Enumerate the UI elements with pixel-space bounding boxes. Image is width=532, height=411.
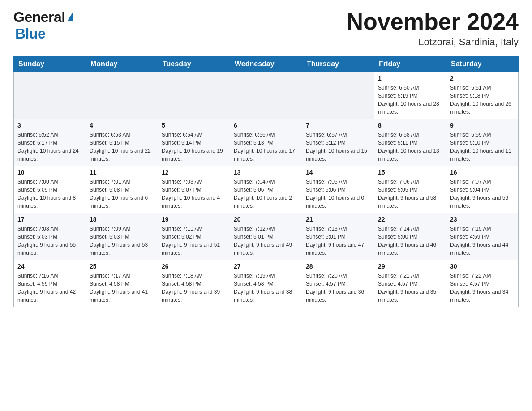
- day-cell: 4Sunrise: 6:53 AM Sunset: 5:15 PM Daylig…: [86, 119, 158, 166]
- day-info: Sunrise: 7:13 AM Sunset: 5:01 PM Dayligh…: [306, 225, 370, 257]
- day-number: 27: [234, 263, 298, 270]
- day-number: 15: [378, 169, 442, 176]
- header-row: SundayMondayTuesdayWednesdayThursdayFrid…: [14, 56, 519, 72]
- day-cell: [302, 72, 374, 119]
- day-info: Sunrise: 6:58 AM Sunset: 5:11 PM Dayligh…: [378, 131, 442, 163]
- day-header-tuesday: Tuesday: [158, 56, 230, 72]
- day-info: Sunrise: 7:11 AM Sunset: 5:02 PM Dayligh…: [162, 225, 226, 257]
- day-cell: 24Sunrise: 7:16 AM Sunset: 4:59 PM Dayli…: [14, 260, 86, 307]
- day-cell: 1Sunrise: 6:50 AM Sunset: 5:19 PM Daylig…: [374, 72, 446, 119]
- day-cell: [230, 72, 302, 119]
- day-number: 7: [306, 122, 370, 129]
- day-cell: 29Sunrise: 7:21 AM Sunset: 4:57 PM Dayli…: [374, 260, 446, 307]
- title-area: November 2024 Lotzorai, Sardinia, Italy: [347, 9, 519, 48]
- calendar-table: SundayMondayTuesdayWednesdayThursdayFrid…: [13, 56, 519, 307]
- day-number: 5: [162, 122, 226, 129]
- day-header-thursday: Thursday: [302, 56, 374, 72]
- day-info: Sunrise: 6:53 AM Sunset: 5:15 PM Dayligh…: [90, 131, 154, 163]
- day-info: Sunrise: 7:14 AM Sunset: 5:00 PM Dayligh…: [378, 225, 442, 257]
- day-number: 30: [450, 263, 515, 270]
- logo-blue-text: Blue: [15, 26, 45, 42]
- day-cell: 12Sunrise: 7:03 AM Sunset: 5:07 PM Dayli…: [158, 166, 230, 213]
- day-number: 20: [234, 216, 298, 223]
- day-cell: 20Sunrise: 7:12 AM Sunset: 5:01 PM Dayli…: [230, 213, 302, 260]
- day-cell: 30Sunrise: 7:22 AM Sunset: 4:57 PM Dayli…: [446, 260, 519, 307]
- week-row-2: 3Sunrise: 6:52 AM Sunset: 5:17 PM Daylig…: [14, 119, 519, 166]
- day-cell: [14, 72, 86, 119]
- day-info: Sunrise: 6:59 AM Sunset: 5:10 PM Dayligh…: [450, 131, 515, 163]
- day-info: Sunrise: 7:15 AM Sunset: 4:59 PM Dayligh…: [450, 225, 515, 257]
- day-number: 29: [378, 263, 442, 270]
- day-info: Sunrise: 7:20 AM Sunset: 4:57 PM Dayligh…: [306, 272, 370, 304]
- day-cell: 5Sunrise: 6:54 AM Sunset: 5:14 PM Daylig…: [158, 119, 230, 166]
- day-header-monday: Monday: [86, 56, 158, 72]
- day-cell: 26Sunrise: 7:18 AM Sunset: 4:58 PM Dayli…: [158, 260, 230, 307]
- day-info: Sunrise: 7:04 AM Sunset: 5:06 PM Dayligh…: [234, 178, 298, 210]
- day-info: Sunrise: 6:50 AM Sunset: 5:19 PM Dayligh…: [378, 84, 442, 116]
- day-number: 22: [378, 216, 442, 223]
- day-number: 3: [17, 122, 82, 129]
- day-header-friday: Friday: [374, 56, 446, 72]
- day-number: 10: [17, 169, 82, 176]
- day-number: 26: [162, 263, 226, 270]
- day-number: 6: [234, 122, 298, 129]
- day-number: 19: [162, 216, 226, 223]
- day-info: Sunrise: 7:16 AM Sunset: 4:59 PM Dayligh…: [17, 272, 82, 304]
- day-info: Sunrise: 7:03 AM Sunset: 5:07 PM Dayligh…: [162, 178, 226, 210]
- day-info: Sunrise: 7:12 AM Sunset: 5:01 PM Dayligh…: [234, 225, 298, 257]
- day-info: Sunrise: 6:57 AM Sunset: 5:12 PM Dayligh…: [306, 131, 370, 163]
- day-info: Sunrise: 7:17 AM Sunset: 4:58 PM Dayligh…: [90, 272, 154, 304]
- day-cell: 2Sunrise: 6:51 AM Sunset: 5:18 PM Daylig…: [446, 72, 519, 119]
- day-number: 13: [234, 169, 298, 176]
- day-number: 24: [17, 263, 82, 270]
- day-info: Sunrise: 7:06 AM Sunset: 5:05 PM Dayligh…: [378, 178, 442, 210]
- day-number: 2: [450, 75, 515, 82]
- day-cell: 15Sunrise: 7:06 AM Sunset: 5:05 PM Dayli…: [374, 166, 446, 213]
- month-title: November 2024: [347, 9, 519, 34]
- day-header-saturday: Saturday: [446, 56, 519, 72]
- logo-general-text: General: [13, 9, 65, 26]
- day-info: Sunrise: 7:05 AM Sunset: 5:06 PM Dayligh…: [306, 178, 370, 210]
- day-cell: 19Sunrise: 7:11 AM Sunset: 5:02 PM Dayli…: [158, 213, 230, 260]
- day-cell: 7Sunrise: 6:57 AM Sunset: 5:12 PM Daylig…: [302, 119, 374, 166]
- day-header-sunday: Sunday: [14, 56, 86, 72]
- day-cell: 18Sunrise: 7:09 AM Sunset: 5:03 PM Dayli…: [86, 213, 158, 260]
- day-info: Sunrise: 6:52 AM Sunset: 5:17 PM Dayligh…: [17, 131, 82, 163]
- day-number: 25: [90, 263, 154, 270]
- day-number: 17: [17, 216, 82, 223]
- day-number: 18: [90, 216, 154, 223]
- day-info: Sunrise: 6:54 AM Sunset: 5:14 PM Dayligh…: [162, 131, 226, 163]
- logo-triangle-icon: [67, 13, 73, 21]
- day-cell: 14Sunrise: 7:05 AM Sunset: 5:06 PM Dayli…: [302, 166, 374, 213]
- day-number: 8: [378, 122, 442, 129]
- day-cell: 23Sunrise: 7:15 AM Sunset: 4:59 PM Dayli…: [446, 213, 519, 260]
- day-info: Sunrise: 7:22 AM Sunset: 4:57 PM Dayligh…: [450, 272, 515, 304]
- day-info: Sunrise: 7:21 AM Sunset: 4:57 PM Dayligh…: [378, 272, 442, 304]
- day-cell: 13Sunrise: 7:04 AM Sunset: 5:06 PM Dayli…: [230, 166, 302, 213]
- day-cell: 17Sunrise: 7:08 AM Sunset: 5:03 PM Dayli…: [14, 213, 86, 260]
- day-info: Sunrise: 7:08 AM Sunset: 5:03 PM Dayligh…: [17, 225, 82, 257]
- day-cell: 21Sunrise: 7:13 AM Sunset: 5:01 PM Dayli…: [302, 213, 374, 260]
- day-cell: [86, 72, 158, 119]
- logo: General Blue: [13, 9, 73, 42]
- day-info: Sunrise: 7:07 AM Sunset: 5:04 PM Dayligh…: [450, 178, 515, 210]
- day-number: 23: [450, 216, 515, 223]
- day-number: 28: [306, 263, 370, 270]
- day-number: 12: [162, 169, 226, 176]
- day-cell: 3Sunrise: 6:52 AM Sunset: 5:17 PM Daylig…: [14, 119, 86, 166]
- day-cell: 27Sunrise: 7:19 AM Sunset: 4:58 PM Dayli…: [230, 260, 302, 307]
- day-cell: [158, 72, 230, 119]
- day-number: 14: [306, 169, 370, 176]
- day-header-wednesday: Wednesday: [230, 56, 302, 72]
- day-number: 9: [450, 122, 515, 129]
- week-row-3: 10Sunrise: 7:00 AM Sunset: 5:09 PM Dayli…: [14, 166, 519, 213]
- day-cell: 9Sunrise: 6:59 AM Sunset: 5:10 PM Daylig…: [446, 119, 519, 166]
- day-number: 1: [378, 75, 442, 82]
- day-cell: 6Sunrise: 6:56 AM Sunset: 5:13 PM Daylig…: [230, 119, 302, 166]
- day-cell: 22Sunrise: 7:14 AM Sunset: 5:00 PM Dayli…: [374, 213, 446, 260]
- day-info: Sunrise: 6:51 AM Sunset: 5:18 PM Dayligh…: [450, 84, 515, 116]
- week-row-1: 1Sunrise: 6:50 AM Sunset: 5:19 PM Daylig…: [14, 72, 519, 119]
- day-number: 4: [90, 122, 154, 129]
- week-row-4: 17Sunrise: 7:08 AM Sunset: 5:03 PM Dayli…: [14, 213, 519, 260]
- day-number: 16: [450, 169, 515, 176]
